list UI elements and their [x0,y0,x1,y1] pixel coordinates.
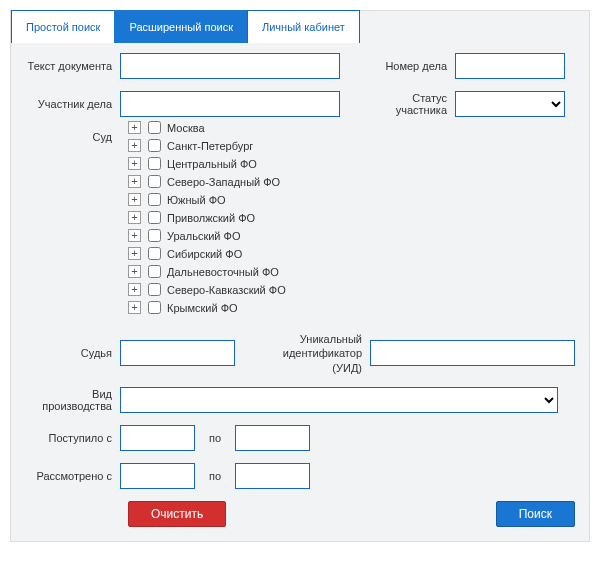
court-tree-item: Крымский ФО [128,301,575,314]
participant-input[interactable] [120,91,340,117]
expand-icon[interactable] [128,265,141,278]
court-label: Северо-Кавказский ФО [167,284,286,296]
expand-icon[interactable] [128,139,141,152]
court-checkbox[interactable] [148,157,161,170]
court-label: Приволжский ФО [167,212,255,224]
expand-icon[interactable] [128,121,141,134]
court-tree-item: Центральный ФО [128,157,575,170]
court-tree-item: Северо-Кавказский ФО [128,283,575,296]
label-case-no: Номер дела [360,60,455,72]
court-checkbox[interactable] [148,283,161,296]
court-checkbox[interactable] [148,175,161,188]
case-no-input[interactable] [455,53,565,79]
uid-input[interactable] [370,340,575,366]
doc-text-input[interactable] [120,53,340,79]
court-label: Центральный ФО [167,158,257,170]
label-participant: Участник дела [25,98,120,110]
court-label: Москва [167,122,205,134]
court-checkbox[interactable] [148,229,161,242]
tab-personal-cabinet[interactable]: Личный кабинет [247,10,360,43]
judge-input[interactable] [120,340,235,366]
label-doc-text: Текст документа [25,60,120,72]
expand-icon[interactable] [128,301,141,314]
court-tree-item: Южный ФО [128,193,575,206]
court-checkbox[interactable] [148,265,161,278]
label-received-from: Поступило с [25,432,120,444]
expand-icon[interactable] [128,229,141,242]
expand-icon[interactable] [128,211,141,224]
expand-icon[interactable] [128,283,141,296]
court-label: Южный ФО [167,194,226,206]
court-tree-item: Уральский ФО [128,229,575,242]
tab-simple-search[interactable]: Простой поиск [11,10,115,43]
court-tree-item: Приволжский ФО [128,211,575,224]
expand-icon[interactable] [128,193,141,206]
expand-icon[interactable] [128,157,141,170]
expand-icon[interactable] [128,247,141,260]
court-tree: МоскваСанкт-ПетербургЦентральный ФОСевер… [128,121,575,314]
label-reviewed-from: Рассмотрено с [25,470,120,482]
tabs: Простой поиск Расширенный поиск Личный к… [11,11,589,43]
received-to-input[interactable] [235,425,310,451]
search-button[interactable]: Поиск [496,501,575,527]
proc-type-select[interactable] [120,387,558,413]
court-tree-item: Санкт-Петербург [128,139,575,152]
clear-button[interactable]: Очистить [128,501,226,527]
court-checkbox[interactable] [148,121,161,134]
label-court: Суд [25,129,120,143]
court-checkbox[interactable] [148,211,161,224]
reviewed-from-input[interactable] [120,463,195,489]
court-label: Дальневосточный ФО [167,266,279,278]
label-judge: Судья [25,347,120,359]
label-participant-status: Статус участника [360,92,455,116]
court-label: Уральский ФО [167,230,240,242]
court-label: Северо-Западный ФО [167,176,280,188]
court-checkbox[interactable] [148,247,161,260]
court-tree-item: Москва [128,121,575,134]
court-tree-item: Сибирский ФО [128,247,575,260]
received-from-input[interactable] [120,425,195,451]
court-tree-item: Северо-Западный ФО [128,175,575,188]
advanced-search-form: Текст документа Номер дела Участник дела… [11,43,589,541]
reviewed-to-input[interactable] [235,463,310,489]
participant-status-select[interactable] [455,91,565,117]
label-reviewed-to: по [195,470,235,482]
label-uid: Уникальный идентификатор (УИД) [255,332,370,375]
court-label: Сибирский ФО [167,248,242,260]
search-panel: Простой поиск Расширенный поиск Личный к… [10,10,590,542]
court-checkbox[interactable] [148,301,161,314]
label-received-to: по [195,432,235,444]
label-proc-type: Вид производства [25,388,120,412]
court-label: Крымский ФО [167,302,238,314]
court-checkbox[interactable] [148,193,161,206]
court-checkbox[interactable] [148,139,161,152]
tab-advanced-search[interactable]: Расширенный поиск [114,10,248,43]
court-label: Санкт-Петербург [167,140,253,152]
expand-icon[interactable] [128,175,141,188]
court-tree-item: Дальневосточный ФО [128,265,575,278]
